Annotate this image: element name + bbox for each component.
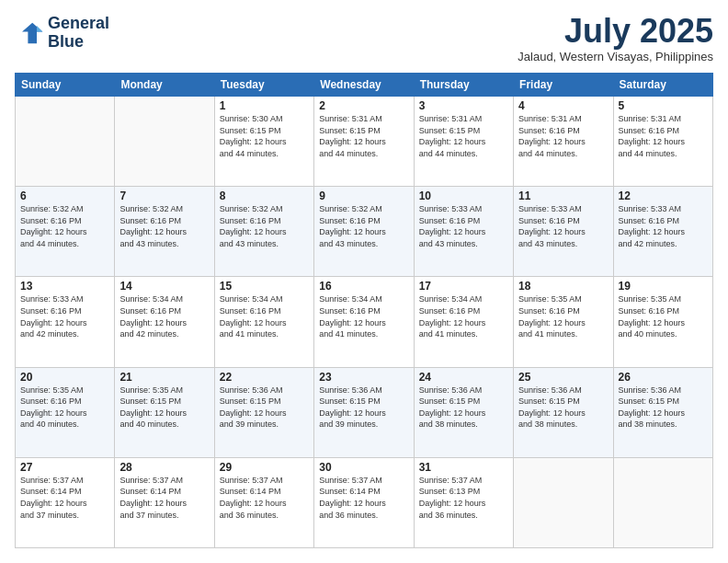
day-info: Sunrise: 5:36 AM Sunset: 6:15 PM Dayligh… <box>220 385 309 431</box>
col-wednesday: Wednesday <box>314 74 414 97</box>
table-row: 7Sunrise: 5:32 AM Sunset: 6:16 PM Daylig… <box>115 187 214 277</box>
table-row <box>115 97 214 187</box>
calendar-week-row: 27Sunrise: 5:37 AM Sunset: 6:14 PM Dayli… <box>16 457 713 547</box>
day-info: Sunrise: 5:34 AM Sunset: 6:16 PM Dayligh… <box>319 293 408 339</box>
day-info: Sunrise: 5:32 AM Sunset: 6:16 PM Dayligh… <box>220 203 309 249</box>
day-info: Sunrise: 5:31 AM Sunset: 6:16 PM Dayligh… <box>518 113 608 159</box>
table-row: 6Sunrise: 5:32 AM Sunset: 6:16 PM Daylig… <box>16 187 115 277</box>
table-row <box>613 457 712 547</box>
table-row: 19Sunrise: 5:35 AM Sunset: 6:16 PM Dayli… <box>613 277 712 367</box>
day-number: 27 <box>20 461 109 474</box>
title-area: July 2025 Jalaud, Western Visayas, Phili… <box>518 15 713 63</box>
table-row: 11Sunrise: 5:33 AM Sunset: 6:16 PM Dayli… <box>514 187 613 277</box>
day-info: Sunrise: 5:37 AM Sunset: 6:14 PM Dayligh… <box>119 475 209 521</box>
day-info: Sunrise: 5:35 AM Sunset: 6:16 PM Dayligh… <box>518 293 608 339</box>
day-info: Sunrise: 5:36 AM Sunset: 6:15 PM Dayligh… <box>319 385 408 431</box>
logo-icon <box>15 18 44 48</box>
day-number: 26 <box>619 371 708 384</box>
day-info: Sunrise: 5:35 AM Sunset: 6:15 PM Dayligh… <box>119 385 209 431</box>
day-number: 19 <box>619 280 708 293</box>
day-info: Sunrise: 5:37 AM Sunset: 6:14 PM Dayligh… <box>220 475 309 521</box>
day-info: Sunrise: 5:32 AM Sunset: 6:16 PM Dayligh… <box>20 203 109 249</box>
day-number: 25 <box>518 371 608 384</box>
table-row: 18Sunrise: 5:35 AM Sunset: 6:16 PM Dayli… <box>514 277 613 367</box>
table-row: 28Sunrise: 5:37 AM Sunset: 6:14 PM Dayli… <box>115 457 214 547</box>
day-number: 30 <box>319 461 408 474</box>
day-info: Sunrise: 5:33 AM Sunset: 6:16 PM Dayligh… <box>20 293 109 339</box>
day-number: 2 <box>319 99 408 112</box>
table-row: 13Sunrise: 5:33 AM Sunset: 6:16 PM Dayli… <box>16 277 115 367</box>
table-row: 2Sunrise: 5:31 AM Sunset: 6:15 PM Daylig… <box>314 97 414 187</box>
table-row <box>514 457 613 547</box>
day-number: 11 <box>518 190 608 202</box>
day-number: 20 <box>20 371 109 384</box>
table-row: 15Sunrise: 5:34 AM Sunset: 6:16 PM Dayli… <box>214 277 313 367</box>
table-row: 8Sunrise: 5:32 AM Sunset: 6:16 PM Daylig… <box>214 187 313 277</box>
day-number: 5 <box>619 99 708 112</box>
day-number: 29 <box>220 461 309 474</box>
logo-text: General Blue <box>48 15 109 52</box>
table-row: 12Sunrise: 5:33 AM Sunset: 6:16 PM Dayli… <box>613 187 712 277</box>
day-info: Sunrise: 5:31 AM Sunset: 6:15 PM Dayligh… <box>319 113 408 159</box>
day-info: Sunrise: 5:31 AM Sunset: 6:16 PM Dayligh… <box>619 113 708 159</box>
day-info: Sunrise: 5:33 AM Sunset: 6:16 PM Dayligh… <box>518 203 608 249</box>
day-info: Sunrise: 5:37 AM Sunset: 6:14 PM Dayligh… <box>319 475 408 521</box>
day-info: Sunrise: 5:32 AM Sunset: 6:16 PM Dayligh… <box>319 203 408 249</box>
table-row: 3Sunrise: 5:31 AM Sunset: 6:15 PM Daylig… <box>414 97 513 187</box>
calendar: Sunday Monday Tuesday Wednesday Thursday… <box>15 73 713 548</box>
day-info: Sunrise: 5:31 AM Sunset: 6:15 PM Dayligh… <box>419 113 508 159</box>
day-info: Sunrise: 5:34 AM Sunset: 6:16 PM Dayligh… <box>220 293 309 339</box>
col-friday: Friday <box>514 74 613 97</box>
col-saturday: Saturday <box>613 74 712 97</box>
day-number: 24 <box>419 371 508 384</box>
table-row: 9Sunrise: 5:32 AM Sunset: 6:16 PM Daylig… <box>314 187 414 277</box>
day-number: 10 <box>419 190 508 202</box>
calendar-week-row: 13Sunrise: 5:33 AM Sunset: 6:16 PM Dayli… <box>16 277 713 367</box>
day-info: Sunrise: 5:34 AM Sunset: 6:16 PM Dayligh… <box>119 293 209 339</box>
table-row: 31Sunrise: 5:37 AM Sunset: 6:13 PM Dayli… <box>414 457 513 547</box>
day-number: 31 <box>419 461 508 474</box>
day-number: 28 <box>119 461 209 474</box>
table-row: 4Sunrise: 5:31 AM Sunset: 6:16 PM Daylig… <box>514 97 613 187</box>
table-row: 10Sunrise: 5:33 AM Sunset: 6:16 PM Dayli… <box>414 187 513 277</box>
day-number: 22 <box>220 371 309 384</box>
day-info: Sunrise: 5:33 AM Sunset: 6:16 PM Dayligh… <box>419 203 508 249</box>
table-row: 29Sunrise: 5:37 AM Sunset: 6:14 PM Dayli… <box>214 457 313 547</box>
svg-marker-1 <box>37 26 42 31</box>
day-info: Sunrise: 5:35 AM Sunset: 6:16 PM Dayligh… <box>20 385 109 431</box>
table-row: 21Sunrise: 5:35 AM Sunset: 6:15 PM Dayli… <box>115 367 214 457</box>
day-number: 7 <box>119 190 209 202</box>
day-number: 14 <box>119 280 209 293</box>
day-info: Sunrise: 5:33 AM Sunset: 6:16 PM Dayligh… <box>619 203 708 249</box>
day-info: Sunrise: 5:37 AM Sunset: 6:14 PM Dayligh… <box>20 475 109 521</box>
header: General Blue July 2025 Jalaud, Western V… <box>15 15 713 63</box>
table-row: 16Sunrise: 5:34 AM Sunset: 6:16 PM Dayli… <box>314 277 414 367</box>
table-row: 20Sunrise: 5:35 AM Sunset: 6:16 PM Dayli… <box>16 367 115 457</box>
calendar-week-row: 1Sunrise: 5:30 AM Sunset: 6:15 PM Daylig… <box>16 97 713 187</box>
day-number: 23 <box>319 371 408 384</box>
day-number: 18 <box>518 280 608 293</box>
month-title: July 2025 <box>518 15 713 48</box>
col-thursday: Thursday <box>414 74 513 97</box>
svg-marker-0 <box>22 23 42 43</box>
day-number: 3 <box>419 99 508 112</box>
day-info: Sunrise: 5:30 AM Sunset: 6:15 PM Dayligh… <box>220 113 309 159</box>
table-row: 22Sunrise: 5:36 AM Sunset: 6:15 PM Dayli… <box>214 367 313 457</box>
day-number: 4 <box>518 99 608 112</box>
table-row: 27Sunrise: 5:37 AM Sunset: 6:14 PM Dayli… <box>16 457 115 547</box>
day-info: Sunrise: 5:36 AM Sunset: 6:15 PM Dayligh… <box>419 385 508 431</box>
day-number: 9 <box>319 190 408 202</box>
day-number: 21 <box>119 371 209 384</box>
table-row: 24Sunrise: 5:36 AM Sunset: 6:15 PM Dayli… <box>414 367 513 457</box>
day-info: Sunrise: 5:32 AM Sunset: 6:16 PM Dayligh… <box>119 203 209 249</box>
calendar-week-row: 6Sunrise: 5:32 AM Sunset: 6:16 PM Daylig… <box>16 187 713 277</box>
day-number: 15 <box>220 280 309 293</box>
day-info: Sunrise: 5:36 AM Sunset: 6:15 PM Dayligh… <box>619 385 708 431</box>
table-row: 26Sunrise: 5:36 AM Sunset: 6:15 PM Dayli… <box>613 367 712 457</box>
day-info: Sunrise: 5:34 AM Sunset: 6:16 PM Dayligh… <box>419 293 508 339</box>
table-row: 30Sunrise: 5:37 AM Sunset: 6:14 PM Dayli… <box>314 457 414 547</box>
day-info: Sunrise: 5:36 AM Sunset: 6:15 PM Dayligh… <box>518 385 608 431</box>
day-info: Sunrise: 5:37 AM Sunset: 6:13 PM Dayligh… <box>419 475 508 521</box>
location: Jalaud, Western Visayas, Philippines <box>518 50 713 63</box>
calendar-header-row: Sunday Monday Tuesday Wednesday Thursday… <box>16 74 713 97</box>
